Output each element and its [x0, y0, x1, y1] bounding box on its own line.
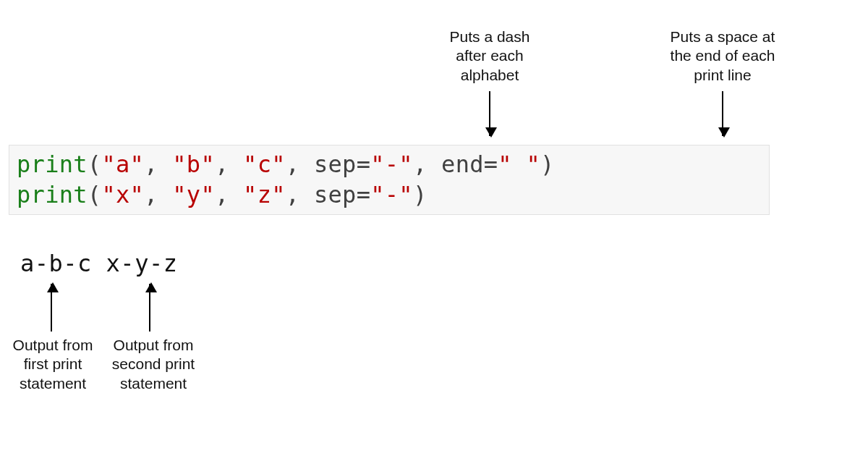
token-eq: =	[357, 151, 371, 178]
token-comma: ,	[215, 151, 243, 178]
token-open-paren: (	[88, 151, 102, 178]
token-close-paren: )	[540, 151, 555, 178]
token-comma: ,	[413, 151, 441, 178]
token-end-val: " "	[498, 151, 540, 178]
code-line-1: print("a", "b", "c", sep="-", end=" ")	[17, 150, 762, 180]
token-str-a: "a"	[101, 151, 144, 178]
token-sep-val: "-"	[370, 151, 413, 178]
token-comma: ,	[144, 181, 172, 208]
token-str-z: "z"	[243, 181, 286, 208]
token-close-paren: )	[413, 181, 427, 208]
output-line: a-b-c x-y-z	[20, 250, 177, 277]
arrow-output-second	[149, 284, 150, 332]
arrow-sep	[489, 91, 490, 136]
token-print: print	[17, 181, 88, 208]
arrow-output-first	[51, 284, 52, 332]
token-sep-kw: sep	[314, 181, 357, 208]
code-line-2: print("x", "y", "z", sep="-")	[17, 180, 762, 211]
diagram-canvas: Puts a dash after each alphabet Puts a s…	[0, 0, 868, 456]
annotation-output-second: Output from second print statement	[104, 336, 203, 393]
token-comma: ,	[215, 181, 243, 208]
token-eq: =	[357, 181, 371, 208]
token-comma: ,	[144, 151, 172, 178]
arrow-end	[722, 91, 723, 136]
token-end-kw: end	[441, 151, 484, 178]
token-sep-kw: sep	[314, 151, 357, 178]
token-print: print	[17, 151, 88, 178]
code-block: print("a", "b", "c", sep="-", end=" ") p…	[9, 145, 770, 215]
token-str-y: "y"	[172, 181, 215, 208]
token-str-b: "b"	[172, 151, 215, 178]
token-str-c: "c"	[243, 151, 286, 178]
token-eq: =	[484, 151, 498, 178]
annotation-end: Puts a space at the end of each print li…	[642, 28, 803, 85]
token-open-paren: (	[88, 181, 102, 208]
token-comma: ,	[286, 151, 314, 178]
token-sep-val: "-"	[370, 181, 413, 208]
annotation-output-first: Output from first print statement	[4, 336, 101, 393]
token-str-x: "x"	[101, 181, 144, 208]
token-comma: ,	[286, 181, 314, 208]
annotation-sep: Puts a dash after each alphabet	[417, 28, 563, 85]
